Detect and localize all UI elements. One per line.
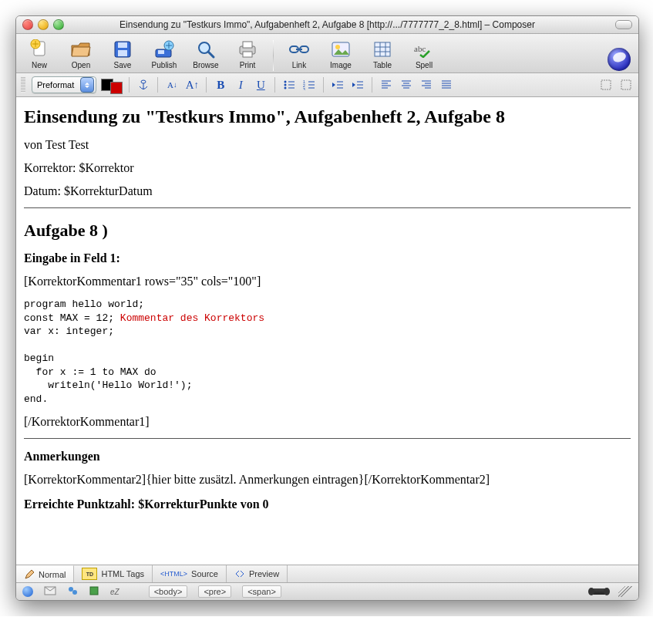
browse-button[interactable]: Browse — [187, 37, 224, 71]
komm-open: [KorrektorKommentar1 rows="35" cols="100… — [24, 275, 631, 288]
toolbar-separator — [273, 40, 274, 71]
numbered-list-button[interactable]: 123 — [301, 77, 317, 93]
open-icon — [69, 39, 93, 60]
bullet-list-button[interactable] — [281, 77, 297, 93]
html-badge-icon: <HTML> — [160, 570, 187, 578]
minimize-button[interactable] — [38, 19, 49, 30]
background-color-swatch[interactable] — [110, 82, 123, 94]
svg-point-24 — [141, 80, 146, 83]
image-icon — [328, 39, 353, 60]
svg-rect-4 — [118, 50, 127, 56]
link-icon — [287, 39, 311, 60]
svg-point-26 — [284, 81, 287, 83]
zoom-button[interactable] — [53, 19, 64, 30]
crumb-span[interactable]: <span> — [242, 585, 281, 598]
resize-grip[interactable] — [618, 586, 632, 597]
tab-source[interactable]: <HTML> Source — [153, 565, 227, 582]
view-tabs: Normal TD HTML Tags <HTML> Source Previe… — [16, 565, 638, 583]
extra-button-2[interactable] — [618, 77, 634, 93]
table-button[interactable]: Table — [364, 37, 401, 71]
align-center-button[interactable] — [399, 77, 414, 93]
svg-point-17 — [335, 45, 340, 49]
traffic-lights — [22, 19, 64, 30]
svg-rect-12 — [243, 52, 252, 57]
browser-icon[interactable] — [22, 586, 33, 597]
open-button[interactable]: Open — [62, 37, 99, 71]
new-button[interactable]: New — [21, 37, 58, 71]
offline-icon[interactable] — [591, 588, 608, 595]
image-button[interactable]: Image — [322, 37, 359, 71]
divider — [24, 207, 631, 208]
tab-preview[interactable]: Preview — [227, 565, 288, 582]
decrease-font-button[interactable]: A↓ — [164, 77, 180, 93]
punkte-line: Erreichte Punktzahl: $KorrekturPunkte vo… — [24, 497, 631, 511]
print-icon — [235, 39, 260, 60]
svg-rect-11 — [243, 42, 252, 48]
print-button[interactable]: Print — [229, 37, 266, 71]
toolbar-toggle-pill[interactable] — [615, 20, 632, 29]
svg-point-28 — [284, 87, 287, 89]
save-icon — [110, 39, 135, 60]
dropdown-arrows-icon — [80, 77, 94, 93]
komm-close: [/KorrektorKommentar1] — [24, 415, 631, 429]
crumb-body[interactable]: <body> — [149, 585, 188, 598]
publish-button[interactable]: Publish — [146, 37, 183, 71]
anmerkungen-line: [KorrektorKommentar2]{hier bitte zusätzl… — [24, 473, 631, 487]
svg-rect-6 — [158, 50, 164, 54]
seamonkey-throbber-icon — [608, 48, 631, 71]
spell-button[interactable]: abc Spell — [406, 37, 443, 71]
svg-rect-60 — [601, 80, 611, 89]
align-justify-button[interactable] — [439, 77, 454, 93]
doc-heading: Einsendung zu "Testkurs Immo", Aufgabenh… — [24, 106, 631, 127]
paragraph-format-select[interactable]: Preformat — [32, 76, 96, 93]
code-block: program hello world; const MAX = 12; Kom… — [24, 298, 631, 406]
status-bar: eZ <body> <pre> <span> — [16, 583, 638, 600]
tab-html-tags[interactable]: TD HTML Tags — [74, 565, 153, 582]
increase-font-button[interactable]: A↑ — [184, 77, 200, 93]
doc-korrektor: Korrektor: $Korrektor — [24, 161, 631, 175]
divider — [24, 438, 631, 439]
tab-normal[interactable]: Normal — [16, 565, 74, 582]
doc-eingabe: Eingabe in Feld 1: — [24, 251, 631, 265]
browse-icon — [194, 39, 218, 60]
korrektor-comment: Kommentar des Korrektors — [120, 312, 264, 324]
doc-aufgabe: Aufgabe 8 ) — [24, 221, 631, 241]
main-toolbar: New Open Save Publish Browse — [16, 34, 638, 73]
align-right-button[interactable] — [419, 77, 434, 93]
format-toolbar: Preformat A↓ A↑ B I U 123 — [16, 73, 638, 97]
svg-rect-61 — [621, 80, 631, 89]
svg-point-63 — [69, 587, 73, 592]
addressbook-icon[interactable] — [89, 585, 99, 598]
svg-rect-3 — [118, 42, 127, 48]
indent-button[interactable] — [350, 77, 365, 93]
save-button[interactable]: Save — [104, 37, 141, 71]
spell-icon: abc — [412, 39, 436, 60]
toolbar-grip[interactable] — [21, 77, 25, 93]
doc-datum: Datum: $KorrekturDatum — [24, 184, 631, 198]
svg-rect-18 — [375, 42, 390, 56]
preview-icon — [234, 568, 245, 579]
table-icon — [370, 39, 395, 60]
crumb-pre[interactable]: <pre> — [198, 585, 231, 598]
anmerkungen-heading: Anmerkungen — [24, 450, 631, 464]
anchor-button[interactable] — [136, 77, 151, 93]
link-button[interactable]: Link — [281, 37, 318, 71]
titlebar: Einsendung zu "Testkurs Immo", Aufgabenh… — [16, 16, 638, 34]
close-button[interactable] — [22, 19, 33, 30]
pencil-icon — [24, 569, 35, 580]
outdent-button[interactable] — [330, 77, 345, 93]
align-left-button[interactable] — [379, 77, 394, 93]
bold-button[interactable]: B — [213, 77, 228, 93]
underline-button[interactable]: U — [253, 77, 268, 93]
svg-point-64 — [72, 590, 77, 595]
chat-icon[interactable] — [67, 585, 78, 598]
editor-content[interactable]: Einsendung zu "Testkurs Immo", Aufgabenh… — [16, 97, 638, 565]
td-badge-icon: TD — [82, 568, 97, 580]
composer-window: Einsendung zu "Testkurs Immo", Aufgabenh… — [15, 15, 639, 601]
svg-text:3: 3 — [303, 87, 305, 90]
extra-button-1[interactable] — [598, 77, 614, 93]
ez-icon[interactable]: eZ — [110, 588, 119, 596]
svg-point-27 — [284, 84, 287, 86]
italic-button[interactable]: I — [233, 77, 248, 93]
mail-icon[interactable] — [44, 586, 56, 597]
